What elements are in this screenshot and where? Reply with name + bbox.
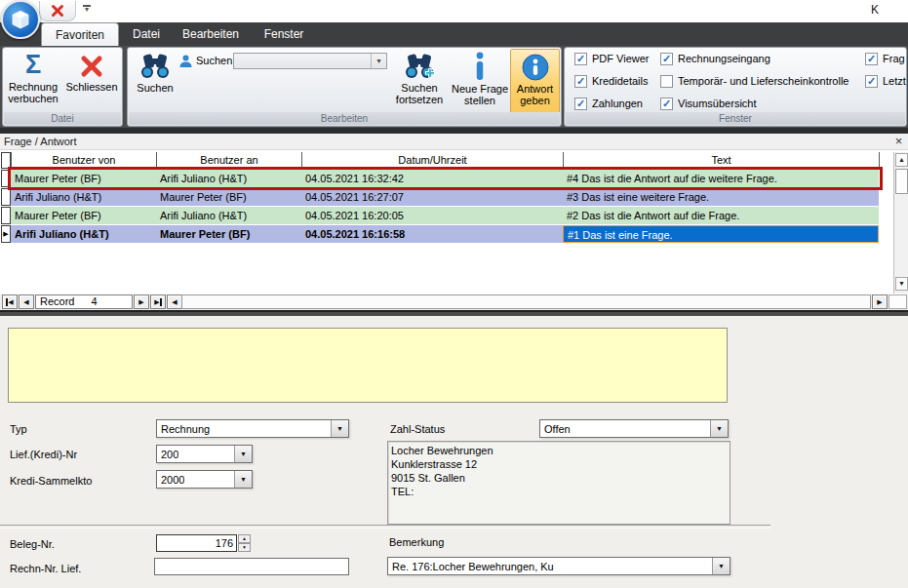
bemerkung-combobox[interactable]: Re. 176:Locher Bewehrungen, Ku ▼ [387,557,730,575]
scrollbar-thumb[interactable] [895,169,908,194]
info-circle-icon [522,54,549,81]
button-label: Neue Frage stellen [450,83,510,106]
rechn-nr-lief-input[interactable] [154,558,349,575]
cell-benutzer-von[interactable]: Arifi Juliano (H&T) [11,225,156,243]
dropdown-arrow-icon[interactable]: ▼ [331,420,348,437]
typ-combobox[interactable]: Rechnung ▼ [156,419,349,438]
quick-access-close-button[interactable] [39,1,76,21]
spin-down-button[interactable]: ▼ [238,543,251,552]
lief-kredi-nr-label: Lief.(Kredi)-Nr [10,449,77,460]
checkbox-frag[interactable]: ✓ [865,53,878,65]
up-arrow-icon: ▲ [242,535,247,541]
cell-datum[interactable]: 04.05.2021 16:20:05 [301,207,563,224]
cell-benutzer-von[interactable]: Maurer Peter (BF) [11,207,156,224]
checkbox-kredidetails[interactable]: ✓ [574,75,587,88]
checkbox-label: Temporär- und Lieferscheinkontrolle [678,74,849,88]
group-caption-bearbeiten: Bearbeiten [129,112,560,125]
combobox-value: 2000 [157,474,184,486]
suchen-small-label: Suchen [196,55,232,66]
previous-record-button[interactable]: ◀ [19,294,34,309]
chevron-down-icon: ▾ [80,7,94,13]
scroll-up-button[interactable]: ▲ [895,153,908,167]
chevron-down-icon: ▾ [371,54,386,68]
record-indicator[interactable]: Record 4 [35,294,133,309]
tab-favoriten[interactable]: Favoriten [41,22,119,46]
ribbon-group-bearbeiten: Suchen Suchen ▾ [127,47,562,127]
cell-datum[interactable]: 04.05.2021 16:27:07 [301,188,563,206]
schliessen-button[interactable]: Schliessen [61,50,122,93]
checkbox-rechnungseingang[interactable]: ✓ [660,53,673,65]
kredi-sammelkto-label: Kredi-Sammelkto [10,475,92,487]
checkbox-zahlungen[interactable]: ✓ [574,98,587,110]
ribbon-tabstrip: Favoriten Datei Bearbeiten Fenster [0,22,908,46]
cell-datum[interactable]: 04.05.2021 16:16:58 [301,225,563,243]
left-arrow-icon: ◀ [172,298,177,306]
scroll-down-button[interactable]: ▼ [895,277,908,291]
checkbox-visumsuebersicht[interactable]: ✓ [660,98,673,110]
application-menu-button[interactable] [1,0,40,39]
address-line: Kunklerstrasse 12 [391,457,730,471]
suchen-button[interactable]: Suchen [130,50,180,94]
frage-antwort-grid: Benutzer von Benutzer an Datum/Uhrzeit T… [0,150,908,294]
check-icon: ✓ [576,53,585,64]
first-record-button[interactable]: ◀ [2,294,18,309]
spin-up-button[interactable]: ▲ [238,534,251,543]
row-selector[interactable] [1,188,11,206]
grid-vertical-scrollbar[interactable]: ▲ ▼ [893,152,908,294]
red-x-icon [51,4,64,18]
row-selector-current[interactable]: ▶ [1,225,11,243]
antwort-geben-button[interactable]: Antwort geben [510,49,560,113]
checkbox-label: Letzt [883,74,906,88]
record-number: 4 [92,295,98,307]
address-line: Locher Bewehrungen [391,444,730,457]
rechnung-verbuchen-button[interactable]: Σ Rechnung verbuchen [5,50,61,104]
bemerkung-label: Bemerkung [389,536,444,548]
cube-icon [10,9,31,30]
row-selector[interactable] [1,207,11,224]
cell-benutzer-an[interactable]: Maurer Peter (BF) [156,188,301,206]
kredi-sammelkto-combobox[interactable]: 2000 ▼ [156,470,253,489]
hscroll-right-button[interactable]: ▶ [872,294,888,309]
lief-kredi-nr-combobox[interactable]: 200 ▼ [156,445,253,463]
frage-antwort-panel-header: Frage / Antwort × [0,134,908,150]
checkbox-temporaer-lieferscheinkontrolle[interactable] [660,75,673,88]
scrollbar-corner [888,294,907,309]
dropdown-arrow-icon[interactable]: ▼ [234,446,252,462]
beleg-nr-spinner-field[interactable]: 176 [156,534,237,552]
cell-benutzer-an[interactable]: Maurer Peter (BF) [156,225,301,243]
up-arrow-icon: ▲ [898,156,905,163]
close-icon[interactable]: × [890,134,907,149]
checkbox-letzt[interactable]: ✓ [865,75,878,88]
suchen-fortsetzen-button[interactable]: Suchen fortsetzen [389,50,450,105]
address-line: 9015 St. Gallen [391,471,730,485]
tab-datei[interactable]: Datei [123,22,170,46]
cell-text[interactable]: #3 Das ist eine weitere Frage. [563,188,879,206]
bar-icon [160,298,162,306]
neue-frage-stellen-button[interactable]: Neue Frage stellen [450,50,510,106]
zahl-status-label: Zahl-Status [390,423,445,435]
horizontal-scrollbar-track[interactable] [181,294,871,309]
tab-bearbeiten[interactable]: Bearbeiten [174,22,248,46]
next-record-button[interactable]: ▶ [134,294,149,309]
dropdown-arrow-icon[interactable]: ▼ [710,420,728,437]
beleg-nr-label: Beleg-Nr. [10,538,55,550]
dropdown-arrow-icon[interactable]: ▼ [234,471,252,488]
dropdown-arrow-icon[interactable]: ▼ [712,558,730,574]
beleg-nr-spin-buttons[interactable]: ▲ ▼ [238,534,251,552]
ribbon: Σ Rechnung verbuchen Schliessen Datei [0,46,908,128]
zahl-status-combobox[interactable]: Offen ▼ [539,419,729,438]
cell-benutzer-an[interactable]: Arifi Juliano (H&T) [156,207,301,224]
last-record-button[interactable]: ▶ [150,294,166,309]
cell-text-selected[interactable]: #1 Das ist eine Frage. [563,225,879,243]
hscroll-left-button[interactable]: ◀ [167,294,182,309]
memo-textarea[interactable] [8,328,728,403]
suchen-combobox[interactable]: ▾ [233,53,387,69]
cell-benutzer-von[interactable]: Arifi Juliano (H&T) [11,188,156,206]
quick-access-customize-button[interactable]: ▾ [80,2,94,18]
rechn-nr-lief-label: Rechn-Nr. Lief. [10,563,81,574]
checkbox-pdf-viewer[interactable]: ✓ [574,53,587,65]
cell-text[interactable]: #2 Das ist die Antwort auf die Frage. [563,207,879,224]
tab-fenster[interactable]: Fenster [254,22,314,46]
down-arrow-icon: ▼ [242,544,247,550]
checkbox-label: PDF Viewer [592,52,649,65]
